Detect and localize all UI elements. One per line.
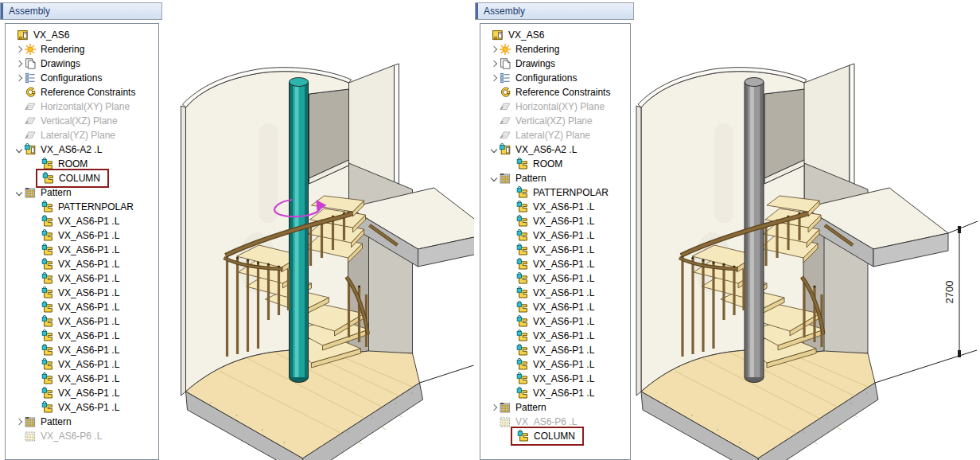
tree-item-vx-as6-p1-l[interactable]: VX_AS6-P1 .L [6,243,158,257]
chevron-right-icon[interactable] [490,404,496,411]
tree-item-patternpolar[interactable]: PATTERNPOLAR [480,185,630,200]
part-lock-icon [516,344,529,357]
tree-item-pattern[interactable]: Pattern [480,400,630,415]
tree-item-vx-as6-p1-l[interactable]: VX_AS6-P1 .L [480,286,630,300]
tree-item-vx-as6-a2-l[interactable]: VX_AS6-A2 .L [6,142,158,157]
tree-item-label: VX_AS6-P1 .L [58,287,121,298]
part-lock-icon [516,358,529,371]
assembly-tree-left[interactable]: VX_AS6RenderingDrawingsConfigurationsRef… [5,23,159,460]
tree-item-vx-as6-p1-l[interactable]: VX_AS6-P1 .L [6,257,158,271]
part-lock-icon [516,186,529,199]
tree-item-configurations[interactable]: Configurations [6,71,158,85]
chevron-right-icon[interactable] [15,419,21,425]
tree-item-label: Horizontal(XY) Plane [41,101,131,112]
chevron-right-icon[interactable] [490,60,496,67]
tree-item-configurations[interactable]: Configurations [480,71,630,85]
tree-item-label: Drawings [41,58,82,69]
part-lock-icon [42,172,55,185]
tree-item-vx-as6-p1-l[interactable]: VX_AS6-P1 .L [6,386,158,400]
tree-item-vx-as6-p1-l[interactable]: VX_AS6-P1 .L [480,329,630,343]
chevron-down-icon[interactable] [15,189,21,196]
chevron-right-icon[interactable] [15,46,21,53]
tree-item-vx-as6-p1-l[interactable]: VX_AS6-P1 .L [480,343,630,357]
tree-item-vx-as6-p1-l[interactable]: VX_AS6-P1 .L [6,286,158,300]
tree-item-vx-as6-p1-l[interactable]: VX_AS6-P1 .L [6,357,158,372]
tree-item-label: VX_AS6-P1 .L [533,316,596,327]
tree-item-pattern[interactable]: Pattern [6,415,158,429]
tree-item-label: Drawings [515,58,557,69]
tree-item-patternpolar[interactable]: PATTERNPOLAR [6,200,158,214]
part-lock-icon [516,301,529,314]
part-lock-icon [41,272,54,285]
chevron-right-icon[interactable] [490,75,496,81]
tree-item-label: ROOM [58,158,89,170]
3d-viewport-left[interactable] [163,0,474,460]
tree-item-label: VX_AS6-P1 .L [533,388,596,399]
tree-item-rendering[interactable]: Rendering [480,42,630,57]
tree-item-vx-as6-p1-l[interactable]: VX_AS6-P1 .L [6,300,158,314]
tree-item-horizontal-xy-plane[interactable]: Horizontal(XY) Plane [480,99,630,114]
tree-item-vx-as6-p1-l[interactable]: VX_AS6-P1 .L [480,300,630,314]
chevron-right-icon[interactable] [15,75,21,81]
chevron-down-icon[interactable] [490,146,496,153]
chevron-right-icon[interactable] [15,60,21,67]
tree-item-lateral-yz-plane[interactable]: Lateral(YZ) Plane [480,128,630,142]
tree-item-vx-as6-a2-l[interactable]: VX_AS6-A2 .L [480,142,630,157]
tree-item-vx-as6-p1-l[interactable]: VX_AS6-P1 .L [6,343,158,357]
part-lock-icon [516,329,529,342]
tree-item-label: Lateral(YZ) Plane [41,130,117,141]
tree-item-vx-as6-p1-l[interactable]: VX_AS6-P1 .L [6,214,158,228]
tree-item-vx-as6-p1-l[interactable]: VX_AS6-P1 .L [480,228,630,243]
tree-item-vx-as6-p1-l[interactable]: VX_AS6-P1 .L [480,357,630,372]
tree-item-drawings[interactable]: Drawings [480,57,630,71]
tree-item-vx-as6-p1-l[interactable]: VX_AS6-P1 .L [480,214,630,228]
tree-item-vx-as6-p1-l[interactable]: VX_AS6-P1 .L [480,271,630,286]
part-lock-icon [41,387,54,400]
dimension-extension-bottom [875,350,977,383]
tree-item-vx-as6-p1-l[interactable]: VX_AS6-P1 .L [6,314,158,329]
tree-item-vx-as6[interactable]: VX_AS6 [6,28,158,42]
tree-item-vx-as6-p1-l[interactable]: VX_AS6-P1 .L [480,314,630,329]
tree-item-label: VX_AS6-A2 .L [515,144,578,155]
tree-item-vx-as6-p1-l[interactable]: VX_AS6-P1 .L [6,329,158,343]
tree-item-vx-as6-p1-l[interactable]: VX_AS6-P1 .L [6,228,158,243]
tree-item-rendering[interactable]: Rendering [6,42,158,57]
assembly-tree-right[interactable]: VX_AS6RenderingDrawingsConfigurationsRef… [480,23,631,460]
panel-header[interactable]: Assembly [475,2,634,20]
part-lock-icon [41,301,54,314]
tree-item-label: VX_AS6-P1 .L [533,287,596,298]
tree-item-reference-constraints[interactable]: Reference Constraints [480,85,630,99]
3d-viewport-right[interactable]: 2700 [635,0,980,460]
tree-item-vx-as6-p1-l[interactable]: VX_AS6-P1 .L [480,372,630,386]
tree-item-vx-as6-p1-l[interactable]: VX_AS6-P1 .L [6,400,158,415]
tree-item-vx-as6-p6-l[interactable]: VX_AS6-P6 .L [6,429,158,443]
tree-item-label: COLUMN [534,431,577,442]
config-icon [499,72,511,84]
panel-header[interactable]: Assembly [0,2,162,20]
tree-item-drawings[interactable]: Drawings [6,57,158,71]
tree-item-vx-as6[interactable]: VX_AS6 [480,28,630,42]
tree-item-vx-as6-p1-l[interactable]: VX_AS6-P1 .L [480,386,630,400]
tree-item-reference-constraints[interactable]: Reference Constraints [6,85,158,99]
tree-item-vx-as6-p1-l[interactable]: VX_AS6-P1 .L [480,200,630,214]
tree-item-vx-as6-p1-l[interactable]: VX_AS6-P1 .L [6,271,158,286]
tree-item-vertical-xz-plane[interactable]: Vertical(XZ) Plane [480,114,630,128]
tree-item-horizontal-xy-plane[interactable]: Horizontal(XY) Plane [6,99,158,114]
chevron-right-icon[interactable] [490,46,496,53]
tree-item-vx-as6-p1-l[interactable]: VX_AS6-P1 .L [480,257,630,271]
tree-item-vx-as6-p1-l[interactable]: VX_AS6-P1 .L [480,243,630,257]
tree-item-label: VX_AS6-P1 .L [533,330,596,341]
tree-item-vertical-xz-plane[interactable]: Vertical(XZ) Plane [6,114,158,128]
tree-item-vx-as6-p1-l[interactable]: VX_AS6-P1 .L [6,372,158,386]
tree-item-pattern[interactable]: Pattern [480,171,630,185]
tree-item-column[interactable]: COLUMN [480,429,630,443]
tree-item-column[interactable]: COLUMN [6,171,158,185]
tree-item-room[interactable]: ROOM [480,157,630,171]
tree-item-label: VX_AS6-P6 .L [515,416,578,427]
part-lock-icon [41,372,54,385]
chevron-down-icon[interactable] [490,175,496,181]
tree-item-lateral-yz-plane[interactable]: Lateral(YZ) Plane [6,128,158,142]
tree-item-label: VX_AS6-P1 .L [58,230,121,241]
part-lock-icon [516,258,529,271]
chevron-down-icon[interactable] [15,146,21,153]
